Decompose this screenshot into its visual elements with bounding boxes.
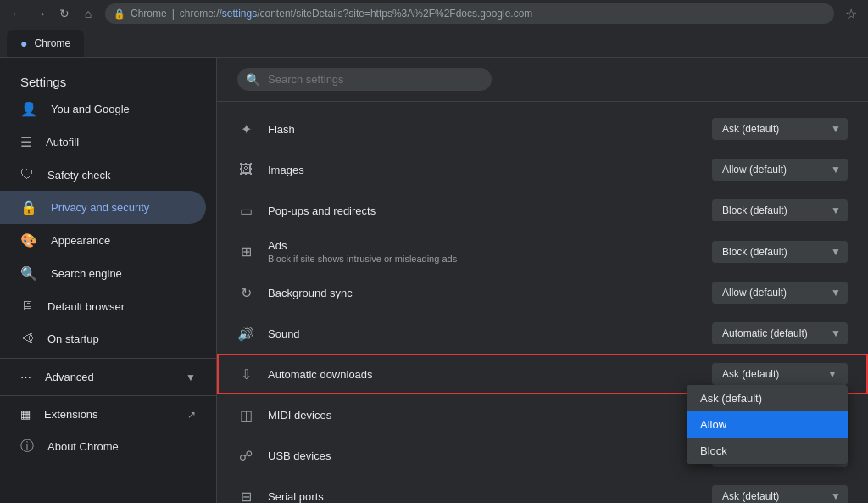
- shield-icon: 🛡: [20, 167, 34, 182]
- privacy-icon: 🔒: [20, 199, 37, 215]
- sync-select-wrapper: Allow (default) Block ▼: [712, 282, 848, 304]
- back-button[interactable]: ←: [7, 3, 27, 24]
- sidebar-label-safety-check: Safety check: [47, 169, 110, 182]
- sidebar-item-search-engine[interactable]: 🔍 Search engine: [0, 257, 206, 290]
- sound-select[interactable]: Automatic (default) Mute: [712, 322, 848, 344]
- sidebar-item-on-startup[interactable]: ⏿ On startup: [0, 322, 206, 355]
- about-icon: ⓘ: [20, 438, 34, 455]
- tab-bar: ● Chrome: [0, 27, 868, 58]
- sidebar-item-advanced[interactable]: ⋯ Advanced ▼: [0, 362, 216, 392]
- downloads-dropdown-menu: Ask (default) Allow Block: [687, 385, 848, 464]
- automatic-downloads-label: Automatic downloads: [268, 368, 698, 381]
- sidebar-item-extensions[interactable]: ▦ Extensions ↗: [0, 400, 216, 429]
- settings-row-automatic-downloads: ⇩ Automatic downloads Ask (default) ▼ As…: [217, 354, 868, 394]
- images-select[interactable]: Allow (default) Block: [712, 159, 848, 181]
- serial-select[interactable]: Ask (default) Allow Block: [712, 485, 848, 503]
- sidebar-item-you-google[interactable]: 👤 You and Google: [0, 92, 206, 126]
- sidebar-label-autofill: Autofill: [46, 136, 79, 148]
- flash-icon: ✦: [237, 121, 254, 137]
- flash-select-wrapper: Ask (default) Allow Block ▼: [712, 118, 848, 140]
- dropdown-option-allow[interactable]: Allow: [687, 411, 848, 438]
- chevron-down-icon: ▼: [186, 372, 196, 383]
- sidebar-divider: [0, 358, 216, 359]
- nav-buttons: ← → ↻ ⌂: [7, 3, 98, 24]
- serial-icon: ⊟: [237, 489, 254, 504]
- extensions-icon: ▦: [20, 408, 31, 421]
- tab-label: Chrome: [34, 37, 70, 49]
- sidebar-item-default-browser[interactable]: 🖥 Default browser: [0, 290, 206, 322]
- sound-select-wrapper: Automatic (default) Mute ▼: [712, 322, 848, 344]
- download-icon: ⇩: [237, 366, 254, 383]
- sidebar-label-on-startup: On startup: [47, 333, 99, 345]
- tab-icon: ●: [20, 36, 27, 50]
- user-icon: 👤: [20, 101, 37, 117]
- advanced-icon: ⋯: [20, 371, 31, 383]
- popups-select-wrapper: Allow Block (default) ▼: [712, 199, 848, 221]
- downloads-select-arrow: ▼: [827, 368, 837, 380]
- search-wrap: 🔍: [237, 68, 576, 91]
- appearance-icon: 🎨: [20, 232, 37, 249]
- home-button[interactable]: ⌂: [78, 3, 98, 24]
- bookmark-button[interactable]: ☆: [841, 3, 861, 24]
- url-app: Chrome: [131, 8, 167, 20]
- sync-select[interactable]: Allow (default) Block: [712, 282, 848, 304]
- lock-icon: 🔒: [114, 8, 125, 20]
- usb-label: USB devices: [268, 450, 698, 462]
- images-label: Images: [268, 164, 698, 176]
- search-engine-icon: 🔍: [20, 265, 37, 282]
- active-tab[interactable]: ● Chrome: [7, 30, 84, 57]
- ads-icon: ⊞: [237, 243, 254, 260]
- serial-label: Serial ports: [268, 490, 698, 503]
- flash-label: Flash: [268, 123, 698, 136]
- midi-label: MIDI devices: [268, 409, 698, 422]
- sidebar-label-default-browser: Default browser: [47, 300, 125, 313]
- sidebar-label-privacy-security: Privacy and security: [51, 201, 149, 214]
- settings-list: ✦ Flash Ask (default) Allow Block ▼ 🖼 Im…: [217, 102, 868, 503]
- settings-row-popups: ▭ Pop-ups and redirects Allow Block (def…: [217, 190, 868, 231]
- popups-label: Pop-ups and redirects: [268, 204, 698, 217]
- settings-row-flash: ✦ Flash Ask (default) Allow Block ▼: [217, 109, 868, 149]
- sidebar-title: Settings: [0, 64, 216, 92]
- reload-button[interactable]: ↻: [54, 3, 75, 24]
- sidebar-item-privacy-security[interactable]: 🔒 Privacy and security: [0, 191, 206, 224]
- content-area: 🔍 ✦ Flash Ask (default) Allow Block ▼: [217, 58, 868, 503]
- browser-icon: 🖥: [20, 299, 34, 314]
- downloads-select-active[interactable]: Ask (default) ▼: [712, 363, 848, 385]
- settings-row-background-sync: ↻ Background sync Allow (default) Block …: [217, 272, 868, 313]
- external-link-icon: ↗: [187, 409, 196, 421]
- address-bar[interactable]: 🔒 Chrome | chrome://settings/content/sit…: [105, 3, 834, 24]
- settings-row-serial: ⊟ Serial ports Ask (default) Allow Block…: [217, 476, 868, 503]
- sidebar-label-advanced: Advanced: [45, 371, 94, 383]
- url-text: chrome://settings/content/siteDetails?si…: [180, 8, 533, 20]
- title-bar: ← → ↻ ⌂ 🔒 Chrome | chrome://settings/con…: [0, 0, 868, 27]
- ads-select[interactable]: Allow Block (default): [712, 241, 848, 263]
- autofill-icon: ☰: [20, 134, 32, 150]
- sidebar-item-safety-check[interactable]: 🛡 Safety check: [0, 159, 206, 191]
- sidebar-label-you-google: You and Google: [51, 103, 130, 115]
- sidebar-item-appearance[interactable]: 🎨 Appearance: [0, 224, 206, 257]
- sidebar-item-autofill[interactable]: ☰ Autofill: [0, 126, 206, 159]
- dropdown-option-block[interactable]: Block: [687, 438, 848, 464]
- forward-button[interactable]: →: [31, 3, 51, 24]
- ads-label: Ads Block if site shows intrusive or mis…: [268, 239, 698, 264]
- sidebar-label-appearance: Appearance: [51, 234, 110, 247]
- sidebar-label-search-engine: Search engine: [51, 267, 122, 280]
- url-separator: |: [172, 8, 175, 20]
- flash-select[interactable]: Ask (default) Allow Block: [712, 118, 848, 140]
- sidebar-item-about[interactable]: ⓘ About Chrome: [0, 429, 206, 464]
- main-layout: Settings 👤 You and Google ☰ Autofill 🛡 S…: [0, 58, 868, 503]
- sidebar-label-about: About Chrome: [47, 440, 119, 453]
- search-input[interactable]: [237, 68, 492, 91]
- popups-icon: ▭: [237, 203, 254, 219]
- sound-label: Sound: [268, 327, 698, 340]
- sidebar-divider-2: [0, 395, 216, 396]
- ads-sublabel: Block if site shows intrusive or mislead…: [268, 254, 698, 264]
- sidebar: Settings 👤 You and Google ☰ Autofill 🛡 S…: [0, 58, 217, 503]
- sound-icon: 🔊: [237, 326, 254, 342]
- popups-select[interactable]: Allow Block (default): [712, 199, 848, 221]
- settings-row-images: 🖼 Images Allow (default) Block ▼: [217, 149, 868, 190]
- serial-select-wrapper: Ask (default) Allow Block ▼: [712, 485, 848, 503]
- dropdown-option-ask[interactable]: Ask (default): [687, 385, 848, 411]
- ads-select-wrapper: Allow Block (default) ▼: [712, 241, 848, 263]
- startup-icon: ⏿: [20, 331, 34, 346]
